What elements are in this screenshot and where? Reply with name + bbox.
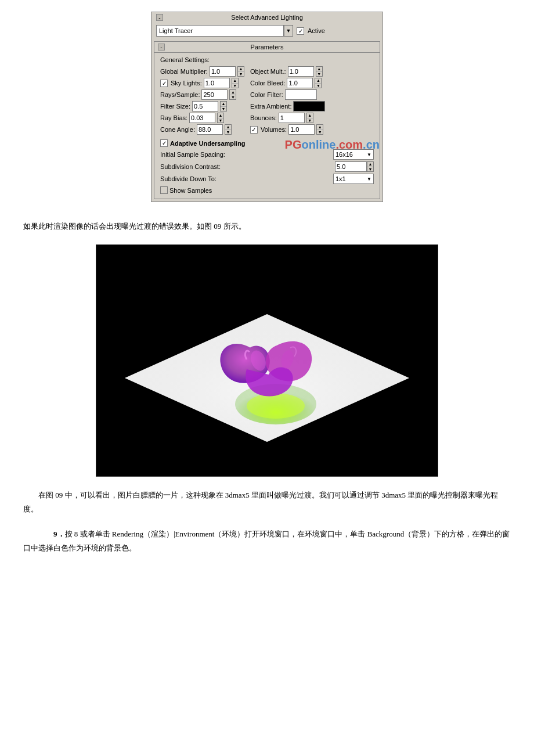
cone-angle-label: Cone Angle: [160,126,195,133]
color-filter-swatch[interactable] [285,89,317,100]
cone-angle-spin[interactable]: ▲ ▼ [225,124,232,135]
filter-size-spin[interactable]: ▲ ▼ [220,101,227,111]
filter-size-input[interactable] [192,101,218,111]
setting-row-ray-bias: Ray Bias: ▲ ▼ [160,113,244,123]
global-mult-input[interactable] [210,66,236,77]
panel-container: - Select Advanced Lighting Light Tracer … [23,12,511,202]
active-checkbox[interactable]: ✓ [297,27,304,35]
setting-row-filter-size: Filter Size: ▲ ▼ [160,101,244,111]
object-mult-label: Object Mult.: [250,68,286,75]
advanced-lighting-panel: - Select Advanced Lighting Light Tracer … [151,12,383,202]
spin-up-icon[interactable]: ▲ [316,67,322,72]
adaptive-checkbox[interactable]: ✓ [160,139,168,147]
extra-ambient-swatch[interactable] [293,101,325,111]
spin-up-icon[interactable]: ▲ [225,125,231,130]
spin-up-icon[interactable]: ▲ [317,125,323,130]
dropdown-arrow-icon[interactable]: ▼ [284,25,293,37]
bounces-input[interactable] [279,113,305,123]
bounces-label: Bounces: [250,114,277,121]
render-svg [96,244,438,477]
show-samples-checkbox[interactable] [160,186,168,194]
volumes-spin[interactable]: ▲ ▼ [316,124,323,135]
object-mult-input[interactable] [288,66,314,77]
active-label: Active [308,27,325,34]
panel-title-bar: - Select Advanced Lighting [151,12,383,23]
panel-title: Select Advanced Lighting [163,14,371,21]
ray-bias-input[interactable] [189,113,215,123]
dropdown-value-16x16: 16x16 [335,151,353,158]
step-number: 9． [53,530,65,538]
global-mult-spin[interactable]: ▲ ▼ [237,66,244,77]
adaptive-label: Adaptive Undersampling [170,140,246,147]
settings-left-col: Global Multiplier: ▲ ▼ ✓ Sky Lights: [160,66,244,136]
step-text: 按 8 或者单击 Rendering（渲染）|Environment（环境）打开… [23,530,510,552]
setting-row-color-filter: Color Filter: [250,89,326,100]
rays-sample-input[interactable] [201,89,228,100]
spin-up-icon[interactable]: ▲ [315,78,321,84]
rays-sample-label: Rays/Sample: [160,91,200,98]
setting-row-volumes: ✓ Volumes: ▲ ▼ [250,124,326,135]
spin-up-icon[interactable]: ▲ [238,67,244,72]
setting-row-sky-lights: ✓ Sky Lights: ▲ ▼ [160,78,244,88]
sky-lights-spin[interactable]: ▲ ▼ [232,78,239,88]
setting-row-object-mult: Object Mult.: ▲ ▼ [250,66,326,77]
dropdown-arrow-icon: ▼ [367,177,371,182]
subdivide-down-to-label: Subdivide Down To: [160,175,217,182]
spin-up-icon[interactable]: ▲ [230,90,236,95]
setting-row-global-mult: Global Multiplier: ▲ ▼ [160,66,244,77]
setting-row-rays-sample: Rays/Sample: ▲ ▼ [160,89,244,100]
bounces-spin[interactable]: ▲ ▼ [306,113,313,123]
subdivision-contrast-input[interactable] [335,161,367,172]
initial-sample-spacing-label: Initial Sample Spacing: [160,151,225,158]
spin-down-icon[interactable]: ▼ [218,118,223,123]
spin-down-icon[interactable]: ▼ [317,130,323,135]
subdivision-contrast-spin[interactable]: ▲ ▼ [367,161,374,172]
ray-bias-spin[interactable]: ▲ ▼ [217,113,224,123]
spin-up-icon[interactable]: ▲ [367,162,373,167]
spacing-row-subdivide-down: Subdivide Down To: 1x1 ▼ [160,174,374,184]
spin-up-icon[interactable]: ▲ [218,113,223,118]
spin-down-icon[interactable]: ▼ [221,107,226,111]
description-text-2: 在图 09 中，可以看出，图片白膘膘的一片，这种现象在 3dmax5 里面叫做曝… [23,488,511,516]
color-bleed-label: Color Bleed: [250,80,286,87]
global-mult-label: Global Multiplier: [160,68,208,75]
spin-down-icon[interactable]: ▼ [238,72,244,77]
color-bleed-spin[interactable]: ▲ ▼ [315,78,322,88]
setting-row-color-bleed: Color Bleed: ▲ ▼ [250,78,326,88]
settings-right-col: Object Mult.: ▲ ▼ Color Bleed: [250,66,326,136]
spin-down-icon[interactable]: ▼ [367,167,373,172]
spin-down-icon[interactable]: ▼ [225,130,231,135]
light-tracer-select-row: Light Tracer ▼ ✓ Active [151,23,383,39]
subdivide-down-to-dropdown[interactable]: 1x1 ▼ [333,174,374,184]
spin-down-icon[interactable]: ▼ [307,118,313,123]
dropdown-value-1x1: 1x1 [335,175,346,182]
spin-down-icon[interactable]: ▼ [315,84,321,88]
color-bleed-input[interactable] [287,78,313,88]
spin-down-icon[interactable]: ▼ [230,95,236,100]
volumes-input[interactable] [288,124,315,135]
sky-lights-input[interactable] [204,78,230,88]
subdivision-contrast-label: Subdivision Contrast: [160,163,221,170]
watermark: PGonline.com.cn [285,138,380,152]
setting-row-bounces: Bounces: ▲ ▼ [250,113,326,123]
color-filter-label: Color Filter: [250,91,283,98]
spin-up-icon[interactable]: ▲ [232,78,238,84]
cone-angle-input[interactable] [197,124,223,135]
render-container [23,244,511,477]
rays-sample-spin[interactable]: ▲ ▼ [229,89,236,100]
spin-up-icon[interactable]: ▲ [307,113,313,118]
spin-down-icon[interactable]: ▼ [316,72,322,77]
lighting-type-select[interactable]: Light Tracer [156,25,284,37]
volumes-checkbox[interactable]: ✓ [250,126,258,134]
description-text-1: 如果此时渲染图像的话会出现曝光过渡的错误效果。如图 09 所示。 [23,219,511,233]
general-settings-label: General Settings: [160,56,374,63]
sky-lights-checkbox[interactable]: ✓ [160,80,168,87]
spin-up-icon[interactable]: ▲ [221,102,226,107]
adaptive-row: ✓ Adaptive Undersampling PGonline.com.cn [160,139,374,147]
panel-collapse-button[interactable]: - [156,14,163,21]
object-mult-spin[interactable]: ▲ ▼ [316,66,323,77]
setting-row-extra-ambient: Extra Ambient: [250,101,326,111]
params-collapse-button[interactable]: - [158,44,165,51]
render-image [96,244,438,477]
spin-down-icon[interactable]: ▼ [232,84,238,88]
